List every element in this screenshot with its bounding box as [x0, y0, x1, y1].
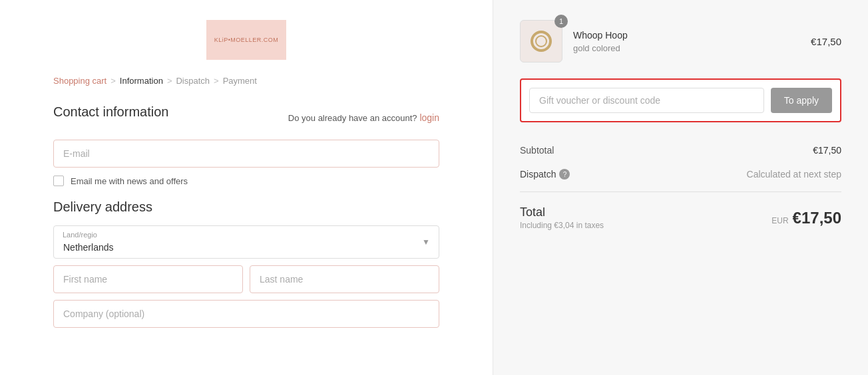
logo-container: KLiP•MOELLER.COM — [206, 20, 286, 60]
breadcrumb: Shopping cart > Information > Dispatch >… — [53, 76, 439, 86]
subtotal-value: €17,50 — [813, 145, 841, 156]
newsletter-checkbox[interactable] — [53, 176, 64, 186]
apply-voucher-button[interactable]: To apply — [771, 88, 832, 113]
total-label: Total — [520, 205, 604, 219]
product-name: Whoop Hoop — [573, 29, 800, 41]
breadcrumb-sep-2: > — [167, 76, 172, 86]
total-tax-note: Including €3,04 in taxes — [520, 221, 604, 230]
product-variant: gold colored — [573, 43, 800, 53]
contact-header: Contact information Do you already have … — [53, 104, 439, 130]
dispatch-label-group: Dispatch ? — [520, 169, 570, 180]
company-field[interactable] — [53, 300, 439, 328]
product-price: €17,50 — [811, 36, 841, 47]
contact-title: Contact information — [53, 104, 168, 120]
delivery-section: Delivery address Land/regio Netherlands … — [53, 199, 439, 328]
newsletter-row: Email me with news and offers — [53, 176, 439, 186]
store-logo: KLiP•MOELLER.COM — [206, 20, 286, 60]
right-panel: 1 Whoop Hoop gold colored €17,50 To appl… — [493, 0, 868, 375]
product-image-container: 1 — [520, 20, 562, 62]
breadcrumb-information: Information — [120, 76, 163, 86]
total-currency: EUR — [771, 216, 788, 225]
breadcrumb-dispatch: Dispatch — [176, 76, 210, 86]
voucher-section: To apply — [520, 78, 841, 122]
dispatch-help-icon[interactable]: ? — [559, 169, 570, 180]
breadcrumb-payment: Payment — [223, 76, 257, 86]
product-quantity-badge: 1 — [554, 15, 568, 28]
country-select[interactable]: Netherlands — [53, 225, 439, 259]
subtotal-label: Subtotal — [520, 145, 554, 156]
product-row: 1 Whoop Hoop gold colored €17,50 — [520, 20, 841, 62]
total-label-group: Total Including €3,04 in taxes — [520, 205, 604, 230]
country-label: Land/regio — [63, 231, 97, 239]
product-info: Whoop Hoop gold colored — [573, 29, 800, 53]
dispatch-label-text: Dispatch — [520, 169, 556, 180]
last-name-field[interactable] — [250, 265, 439, 293]
voucher-input[interactable] — [529, 88, 764, 113]
dispatch-row: Dispatch ? Calculated at next step — [520, 162, 841, 186]
breadcrumb-shopping-cart[interactable]: Shopping cart — [53, 76, 107, 86]
breadcrumb-sep-1: > — [110, 76, 116, 86]
total-divider — [520, 191, 841, 192]
country-select-wrapper: Land/regio Netherlands ▼ — [53, 225, 439, 259]
total-price-group: EUR €17,50 — [771, 209, 841, 227]
delivery-title: Delivery address — [53, 199, 439, 215]
dispatch-value: Calculated at next step — [747, 169, 841, 180]
left-panel: KLiP•MOELLER.COM Shopping cart > Informa… — [0, 0, 493, 375]
login-link[interactable]: login — [419, 112, 439, 123]
email-field[interactable] — [53, 140, 439, 168]
svg-point-1 — [536, 36, 546, 47]
svg-point-0 — [532, 32, 550, 51]
product-hoop-svg — [528, 28, 554, 55]
total-row: Total Including €3,04 in taxes EUR €17,5… — [520, 197, 841, 233]
subtotal-row: Subtotal €17,50 — [520, 138, 841, 162]
contact-section: Contact information Do you already have … — [53, 104, 439, 186]
product-image — [520, 20, 562, 62]
have-account-row: Do you already have an account? login — [288, 112, 439, 123]
name-row — [53, 265, 439, 293]
first-name-field[interactable] — [53, 265, 243, 293]
have-account-text: Do you already have an account? — [288, 113, 417, 123]
total-price: €17,50 — [793, 209, 841, 227]
breadcrumb-sep-3: > — [214, 76, 219, 86]
newsletter-label: Email me with news and offers — [71, 176, 188, 186]
